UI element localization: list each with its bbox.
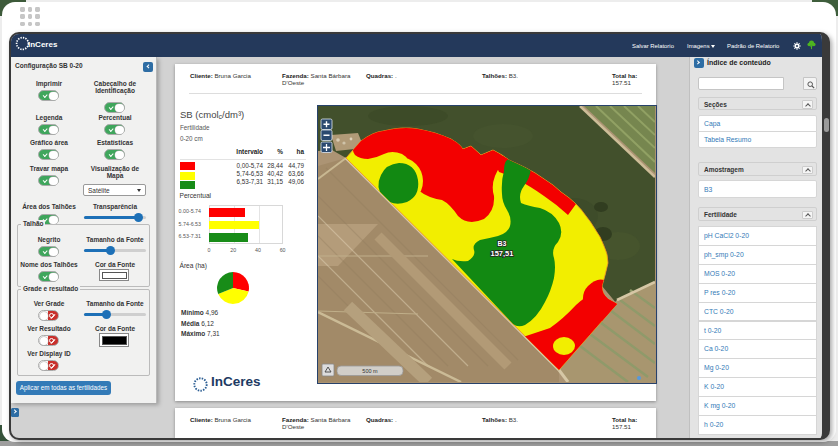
svg-text:B3: B3 (498, 240, 507, 247)
svg-text:500 m: 500 m (362, 368, 378, 374)
svg-text:157,51: 157,51 (491, 249, 514, 258)
